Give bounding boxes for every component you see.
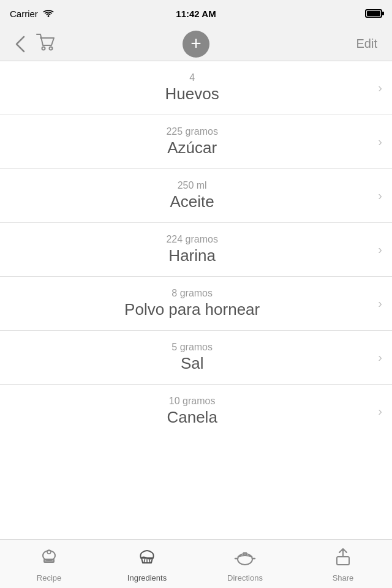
tab-directions[interactable]: Directions — [196, 546, 294, 582]
ingredient-name-3: Harina — [12, 246, 372, 265]
ingredient-quantity-6: 10 gramos — [12, 396, 372, 407]
cart-button[interactable] — [31, 27, 61, 61]
ingredient-list: 4 Huevos › 225 gramos Azúcar › 250 ml Ac… — [0, 61, 392, 539]
tab-recipe[interactable]: Recipe — [0, 546, 98, 582]
chevron-icon-3: › — [378, 243, 382, 257]
svg-line-7 — [144, 558, 145, 563]
chevron-icon-0: › — [378, 81, 382, 95]
ingredient-quantity-5: 5 gramos — [12, 342, 372, 353]
back-button[interactable] — [10, 30, 31, 58]
ingredient-name-5: Sal — [12, 354, 372, 373]
ingredient-content-5: 5 gramos Sal — [12, 342, 372, 373]
nav-bar: + Edit — [0, 27, 392, 61]
ingredient-name-6: Canela — [12, 408, 372, 427]
ingredient-item-4[interactable]: 8 gramos Polvo para hornear › — [0, 277, 392, 331]
battery-icon — [365, 9, 382, 18]
ingredient-quantity-3: 224 gramos — [12, 234, 372, 245]
wifi-icon — [43, 9, 54, 18]
tab-bar: Recipe Ingredients — [0, 539, 392, 588]
tab-directions-label: Directions — [227, 573, 263, 582]
ingredient-content-1: 225 gramos Azúcar — [12, 126, 372, 157]
ingredient-item-0[interactable]: 4 Huevos › — [0, 61, 392, 115]
svg-rect-14 — [337, 557, 349, 565]
status-battery — [365, 9, 382, 18]
tab-recipe-label: Recipe — [37, 573, 61, 582]
status-time: 11:42 AM — [176, 9, 216, 19]
ingredient-name-2: Aceite — [12, 192, 372, 211]
ingredient-content-6: 10 gramos Canela — [12, 396, 372, 427]
pot-icon — [234, 546, 256, 568]
svg-point-1 — [42, 47, 45, 50]
ingredient-item-2[interactable]: 250 ml Aceite › — [0, 169, 392, 223]
directions-icon — [234, 546, 256, 571]
ingredient-item-1[interactable]: 225 gramos Azúcar › — [0, 115, 392, 169]
ingredient-name-1: Azúcar — [12, 138, 372, 157]
share-upload-icon — [332, 546, 354, 568]
chevron-icon-2: › — [378, 189, 382, 203]
tab-ingredients-label: Ingredients — [127, 573, 167, 582]
ingredients-icon — [136, 546, 158, 571]
ingredient-quantity-2: 250 ml — [12, 180, 372, 191]
ingredient-item-6[interactable]: 10 gramos Canela › — [0, 385, 392, 438]
svg-point-0 — [47, 15, 49, 17]
ingredient-content-3: 224 gramos Harina — [12, 234, 372, 265]
ingredient-quantity-4: 8 gramos — [12, 288, 372, 299]
status-bar: Carrier 11:42 AM — [0, 0, 392, 27]
ingredient-name-0: Huevos — [12, 85, 372, 104]
add-button[interactable]: + — [183, 31, 209, 58]
chevron-icon-5: › — [378, 350, 382, 364]
recipe-icon — [38, 546, 60, 571]
chevron-icon-1: › — [378, 135, 382, 149]
ingredient-item-5[interactable]: 5 gramos Sal › — [0, 331, 392, 385]
edit-button[interactable]: Edit — [352, 32, 382, 56]
muffin-icon — [136, 546, 158, 568]
cart-icon — [36, 32, 56, 53]
ingredient-item-3[interactable]: 224 gramos Harina › — [0, 223, 392, 277]
chef-hat-icon — [38, 546, 60, 568]
chevron-icon-4: › — [378, 296, 382, 311]
ingredient-quantity-0: 4 — [12, 72, 372, 83]
share-icon — [332, 546, 354, 571]
chevron-icon-6: › — [378, 404, 382, 418]
ingredient-quantity-1: 225 gramos — [12, 126, 372, 137]
tab-ingredients[interactable]: Ingredients — [98, 546, 196, 582]
svg-point-2 — [50, 47, 53, 50]
tab-share-label: Share — [333, 573, 354, 582]
ingredient-content-4: 8 gramos Polvo para hornear — [12, 288, 372, 319]
status-carrier: Carrier — [10, 9, 54, 19]
back-chevron-icon — [15, 35, 26, 53]
ingredient-content-0: 4 Huevos — [12, 72, 372, 104]
tab-share[interactable]: Share — [294, 546, 392, 582]
ingredient-name-4: Polvo para hornear — [12, 300, 372, 319]
ingredient-content-2: 250 ml Aceite — [12, 180, 372, 211]
